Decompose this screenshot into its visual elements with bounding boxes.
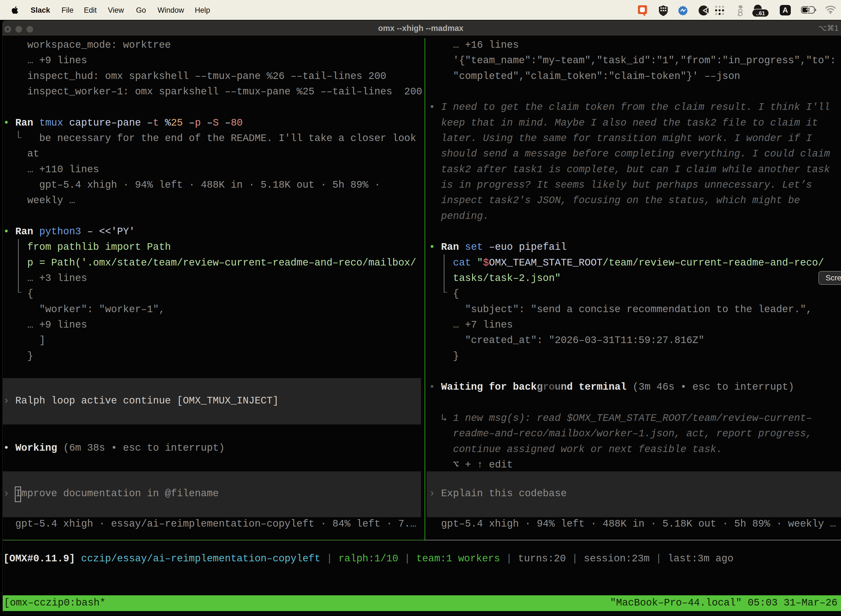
- svg-text:..61: ..61: [756, 10, 765, 16]
